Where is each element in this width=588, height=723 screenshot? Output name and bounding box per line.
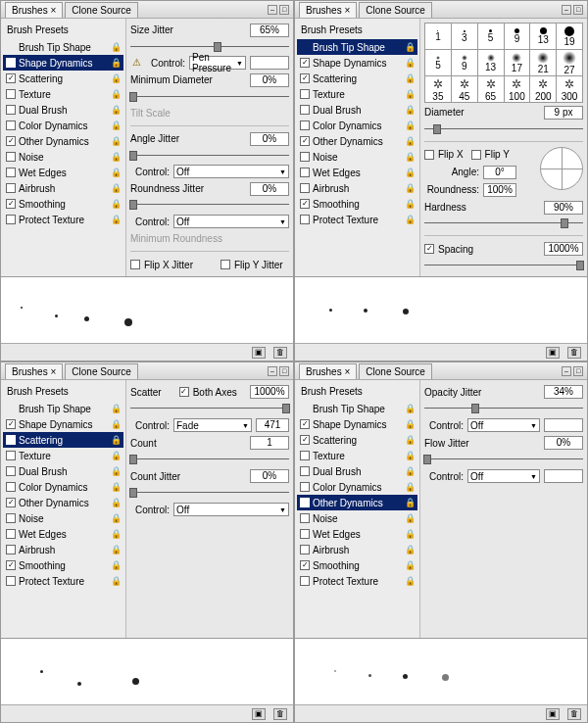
checkbox[interactable] [6,120,16,130]
new-brush-button[interactable]: ▣ [546,708,560,720]
checkbox[interactable] [6,105,16,115]
control-dropdown[interactable]: Off [173,503,289,516]
checkbox[interactable]: ✓ [300,58,310,68]
flow-jitter-slider[interactable] [424,455,583,464]
checkbox[interactable] [300,183,310,193]
sidebar-item-scattering[interactable]: ✓Scattering🔒 [3,432,123,448]
sidebar-item-airbrush[interactable]: Airbrush🔒 [297,542,417,557]
checkbox[interactable]: ✓ [300,136,310,146]
flip-x-checkbox[interactable] [424,150,434,160]
sidebar-item-texture[interactable]: Texture🔒 [297,86,417,102]
tab-clone-source[interactable]: Clone Source [65,363,138,379]
checkbox[interactable] [6,513,16,523]
min-diameter-value[interactable]: 0% [250,73,289,87]
checkbox[interactable] [6,576,16,586]
new-brush-button[interactable]: ▣ [546,347,560,359]
checkbox[interactable] [6,482,16,492]
scatter-slider[interactable] [130,404,289,413]
checkbox[interactable]: ✓ [300,560,310,570]
checkbox[interactable]: ✓ [6,199,16,209]
count-value[interactable]: 1 [250,436,289,450]
brush-thumb[interactable]: 13 [530,24,556,49]
count-slider[interactable] [130,455,289,464]
tab-clone-source[interactable]: Clone Source [359,2,432,18]
checkbox[interactable] [300,451,310,460]
size-jitter-slider[interactable] [130,42,289,52]
sidebar-header[interactable]: Brush Presets [297,384,417,401]
sidebar-item-airbrush[interactable]: Airbrush🔒 [3,180,123,196]
sidebar-item-brush-tip-shape[interactable]: Brush Tip Shape🔒 [297,39,417,55]
brush-thumb[interactable]: 19 [557,24,582,49]
sidebar-item-dual-brush[interactable]: Dual Brush🔒 [297,463,417,479]
checkbox[interactable]: ✓ [6,435,16,445]
sidebar-item-scattering[interactable]: ✓Scattering🔒 [297,71,417,86]
brush-thumb[interactable]: ✲300 [557,76,582,102]
sidebar-item-shape-dynamics[interactable]: ✓Shape Dynamics🔒 [297,416,417,432]
roundness-jitter-slider[interactable] [130,200,289,210]
checkbox[interactable] [300,152,310,162]
sidebar-item-noise[interactable]: Noise🔒 [3,149,123,165]
sidebar-item-other-dynamics[interactable]: ✓Other Dynamics🔒 [3,495,123,510]
brush-thumb[interactable]: ✲45 [452,76,477,102]
checkbox[interactable]: ✓ [6,73,16,83]
brush-thumb[interactable]: 5 [425,50,451,75]
delete-button[interactable]: 🗑 [567,347,581,359]
opacity-jitter-slider[interactable] [424,404,583,413]
brush-thumb[interactable]: 13 [478,50,504,75]
sidebar-item-wet-edges[interactable]: Wet Edges🔒 [3,526,123,542]
sidebar-item-color-dynamics[interactable]: Color Dynamics🔒 [297,479,417,495]
sidebar-item-color-dynamics[interactable]: Color Dynamics🔒 [3,118,123,133]
brush-thumb[interactable]: 5 [478,24,504,49]
sidebar-item-texture[interactable]: Texture🔒 [297,448,417,463]
checkbox[interactable] [300,482,310,492]
sidebar-item-scattering[interactable]: ✓Scattering🔒 [297,432,417,448]
brush-thumb[interactable]: ✲65 [478,76,504,102]
sidebar-item-smoothing[interactable]: ✓Smoothing🔒 [297,196,417,212]
checkbox[interactable]: ✓ [6,136,16,146]
checkbox[interactable] [6,152,16,162]
sidebar-item-smoothing[interactable]: ✓Smoothing🔒 [297,557,417,573]
roundness-jitter-value[interactable]: 0% [250,182,289,196]
delete-button[interactable]: 🗑 [567,708,581,720]
checkbox[interactable] [300,89,310,99]
checkbox[interactable] [300,576,310,586]
maximize-icon[interactable]: □ [573,366,583,376]
sidebar-item-smoothing[interactable]: ✓Smoothing🔒 [3,557,123,573]
control-dropdown[interactable]: Fade [173,418,252,432]
tab-brushes[interactable]: Brushes × [5,2,63,18]
sidebar-item-protect-texture[interactable]: Protect Texture🔒 [297,573,417,589]
diameter-slider[interactable] [424,124,583,134]
angle-jitter-value[interactable]: 0% [250,132,289,146]
checkbox[interactable] [6,89,16,99]
checkbox[interactable] [300,513,310,523]
checkbox[interactable] [6,183,16,193]
brush-thumb[interactable]: ✲100 [505,76,530,102]
minimize-icon[interactable]: – [562,5,571,15]
scatter-value[interactable]: 1000% [250,385,289,399]
checkbox[interactable] [6,451,16,460]
sidebar-header[interactable]: Brush Presets [297,23,417,39]
brush-thumb[interactable]: 9 [505,24,530,49]
brush-thumb[interactable]: 21 [530,50,556,75]
sidebar-item-protect-texture[interactable]: Protect Texture🔒 [3,212,123,227]
sidebar-item-airbrush[interactable]: Airbrush🔒 [3,542,123,557]
hardness-value[interactable]: 90% [544,201,583,215]
tab-brushes[interactable]: Brushes × [5,363,63,379]
checkbox[interactable]: ✓ [6,498,16,507]
checkbox[interactable] [6,215,16,224]
brush-thumb[interactable]: 27 [557,50,582,75]
sidebar-item-texture[interactable]: Texture🔒 [3,86,123,102]
sidebar-item-scattering[interactable]: ✓Scattering🔒 [3,71,123,86]
flip-y-checkbox[interactable] [471,150,481,160]
sidebar-item-dual-brush[interactable]: Dual Brush🔒 [297,102,417,118]
sidebar-item-dual-brush[interactable]: Dual Brush🔒 [3,102,123,118]
both-axes-checkbox[interactable]: ✓ [179,387,189,397]
flow-jitter-value[interactable]: 0% [544,436,583,450]
sidebar-item-shape-dynamics[interactable]: ✓Shape Dynamics🔒 [3,416,123,432]
control-dropdown[interactable]: Off [173,215,289,228]
checkbox[interactable] [300,215,310,224]
hardness-slider[interactable] [424,218,583,228]
brush-thumbnail-grid[interactable]: 1 3 5 9 13 19 5 9 13 17 21 27 ✲35 ✲45 ✲6… [424,23,583,103]
sidebar-item-other-dynamics[interactable]: ✓Other Dynamics🔒 [297,133,417,149]
checkbox[interactable] [6,466,16,476]
